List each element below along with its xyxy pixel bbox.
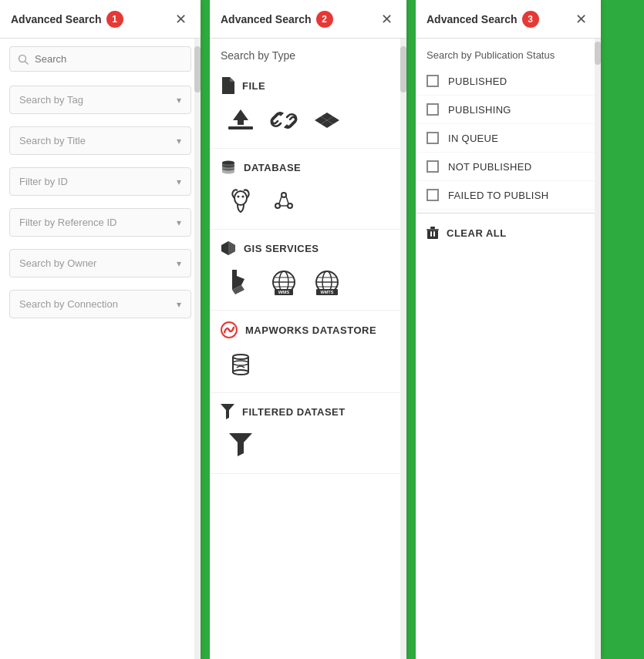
type-filtered-header: FILTERED DATASET [221, 399, 396, 424]
not-published-label: NOT PUBLISHED [448, 161, 531, 173]
type-gis-section: GIS SERVICES [210, 230, 406, 311]
panel-2-badge: 2 [316, 11, 333, 28]
panel-2-body: Search by Type FILE [210, 39, 406, 659]
trash-icon [427, 226, 439, 240]
panel-3: Advanced Search 3 ✕ Search by Publicatio… [416, 0, 601, 659]
type-database-header: DATABASE [221, 155, 396, 180]
svg-point-10 [238, 196, 240, 198]
publishing-checkbox[interactable] [427, 103, 439, 116]
scrollbar-track[interactable] [194, 39, 201, 659]
svg-marker-42 [229, 433, 252, 456]
search-by-connection-label: Search by Connection [19, 298, 118, 310]
svg-point-11 [242, 196, 244, 198]
svg-point-9 [234, 191, 247, 205]
svg-point-40 [233, 361, 248, 365]
in-queue-checkbox[interactable] [427, 132, 439, 144]
type-filtered-section: FILTERED DATASET [210, 393, 406, 474]
chevron-down-icon: ▾ [177, 217, 181, 228]
pub-status-title: Search by Publication Status [416, 39, 601, 67]
published-checkbox[interactable] [427, 75, 439, 87]
filter-by-id-label: Filter by ID [19, 176, 68, 187]
type-mapworks-header: MAPWORKS DATASTORE [221, 317, 396, 343]
mapworks-type-icon [221, 321, 238, 338]
bing-icon[interactable] [225, 267, 256, 298]
checkbox-not-published[interactable]: NOT PUBLISHED [416, 153, 601, 181]
filter-by-refid-label: Filter by Reference ID [19, 217, 116, 228]
panel-1-header: Advanced Search 1 ✕ [0, 0, 201, 39]
panel-2-title: Advanced Search [221, 13, 312, 25]
datastore-cylinder-icon[interactable] [225, 349, 256, 380]
panel-2-close-button[interactable]: ✕ [378, 11, 396, 28]
filter-by-id-dropdown[interactable]: Filter by ID ▾ [9, 167, 191, 196]
search-input-wrapper[interactable] [9, 46, 191, 72]
chevron-down-icon: ▾ [177, 258, 181, 269]
panel-3-close-button[interactable]: ✕ [572, 11, 590, 28]
search-by-tag-dropdown[interactable]: Search by Tag ▾ [9, 86, 191, 114]
database-type-icons [221, 180, 396, 223]
checkbox-publishing[interactable]: PUBLISHING [416, 96, 601, 124]
svg-line-16 [286, 197, 288, 203]
mapworks-type-icons [221, 343, 396, 386]
panel-3-badge: 3 [522, 11, 539, 28]
filtered-type-icons [221, 424, 396, 467]
postgresql-icon[interactable] [225, 186, 256, 217]
mapworks-type-label: MAPWORKS DATASTORE [245, 324, 376, 336]
wmts-icon[interactable]: WMTS [312, 267, 342, 298]
search-by-connection-dropdown[interactable]: Search by Connection ▾ [9, 290, 191, 318]
panel-1-badge: 1 [106, 11, 123, 28]
filter-by-refid-dropdown[interactable]: Filter by Reference ID ▾ [9, 208, 191, 237]
type-file-header: FILE [221, 72, 396, 99]
svg-point-14 [288, 203, 292, 208]
gis-type-icons: WMS WMS [221, 261, 396, 304]
wms-icon[interactable]: WMS WMS [268, 267, 299, 298]
scrollbar-thumb[interactable] [194, 46, 201, 92]
search-by-tag-label: Search by Tag [19, 94, 83, 106]
checkbox-in-queue[interactable]: IN QUEUE [416, 124, 601, 153]
svg-text:WMS: WMS [278, 290, 290, 294]
svg-rect-44 [430, 227, 435, 229]
upload-icon[interactable] [225, 105, 256, 136]
search-input[interactable] [35, 53, 183, 65]
scrollbar-thumb-3[interactable] [595, 42, 601, 65]
panel-3-title: Advanced Search [427, 13, 518, 25]
checkbox-published[interactable]: PUBLISHED [416, 67, 601, 96]
network-icon[interactable] [268, 186, 299, 217]
scrollbar-track-2[interactable] [400, 39, 406, 659]
panel-1-body: Search by Tag ▾ Search by Title ▾ Filter… [0, 39, 201, 659]
in-queue-label: IN QUEUE [448, 133, 498, 144]
svg-point-36 [233, 355, 248, 359]
chevron-down-icon: ▾ [177, 95, 181, 106]
checkbox-failed-to-publish[interactable]: FAILED TO PUBLISH [416, 181, 601, 210]
type-mapworks-section: MAPWORKS DATASTORE [210, 311, 406, 393]
file-type-icons [221, 99, 396, 142]
published-label: PUBLISHED [448, 76, 507, 87]
svg-rect-45 [427, 229, 439, 230]
filter-icon[interactable] [225, 430, 256, 461]
chevron-down-icon: ▾ [177, 299, 181, 310]
svg-point-12 [282, 193, 286, 197]
filtered-type-icon [221, 404, 234, 419]
panel-1-close-button[interactable]: ✕ [172, 11, 190, 28]
gis-type-icon [221, 240, 236, 256]
svg-marker-3 [233, 109, 248, 125]
clear-all-label: CLEAR ALL [447, 227, 507, 239]
svg-rect-2 [228, 126, 253, 129]
scrollbar-thumb-2[interactable] [400, 46, 406, 92]
link-icon[interactable] [268, 105, 299, 136]
search-by-title-dropdown[interactable]: Search by Title ▾ [9, 126, 191, 155]
panel-3-header: Advanced Search 3 ✕ [416, 0, 601, 39]
svg-line-1 [25, 61, 29, 64]
filtered-type-label: FILTERED DATASET [242, 406, 346, 418]
search-by-owner-dropdown[interactable]: Search by Owner ▾ [9, 249, 191, 277]
panel-2-header: Advanced Search 2 ✕ [210, 0, 406, 39]
dropbox-icon[interactable] [312, 105, 342, 136]
not-published-checkbox[interactable] [427, 160, 439, 173]
database-type-icon [221, 160, 236, 175]
scrollbar-track-3[interactable] [595, 39, 601, 659]
failed-to-publish-checkbox[interactable] [427, 189, 439, 201]
search-by-owner-label: Search by Owner [19, 257, 96, 269]
type-gis-header: GIS SERVICES [221, 236, 396, 261]
clear-all-button[interactable]: CLEAR ALL [416, 217, 601, 249]
chevron-down-icon: ▾ [177, 177, 181, 187]
panel-2: Advanced Search 2 ✕ Search by Type [210, 0, 406, 659]
